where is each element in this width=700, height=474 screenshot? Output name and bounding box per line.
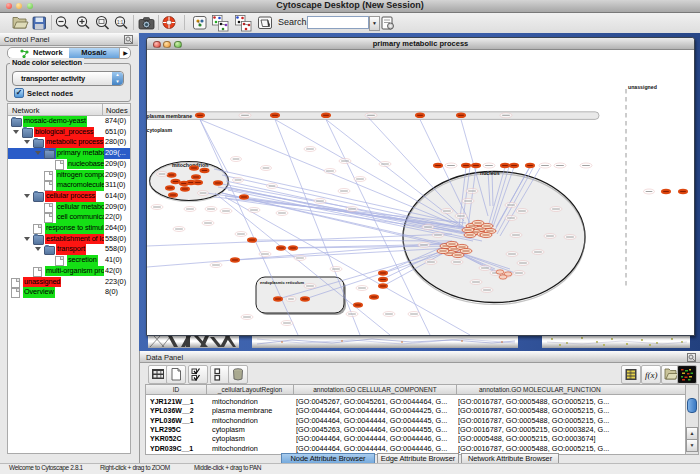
svg-text:cytoplasm: cytoplasm — [147, 127, 173, 133]
svg-text:1:1: 1:1 — [117, 20, 124, 25]
svg-text:f(x): f(x) — [645, 370, 658, 380]
svg-text:unassigned: unassigned — [628, 84, 657, 90]
svg-text:nucleus: nucleus — [480, 170, 500, 176]
svg-text:plasma membrane: plasma membrane — [147, 113, 192, 119]
svg-text:endoplasmic reticulum: endoplasmic reticulum — [260, 280, 304, 285]
